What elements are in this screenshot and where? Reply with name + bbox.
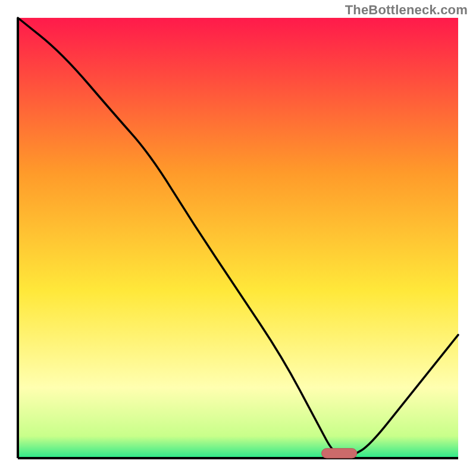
chart-container: { "watermark": "TheBottleneck.com", "col… xyxy=(0,0,476,476)
watermark-text: TheBottleneck.com xyxy=(345,2,468,18)
plot-area xyxy=(18,18,458,458)
bottleneck-chart xyxy=(0,0,476,476)
optimal-marker xyxy=(322,449,357,458)
gradient-background xyxy=(18,18,458,458)
